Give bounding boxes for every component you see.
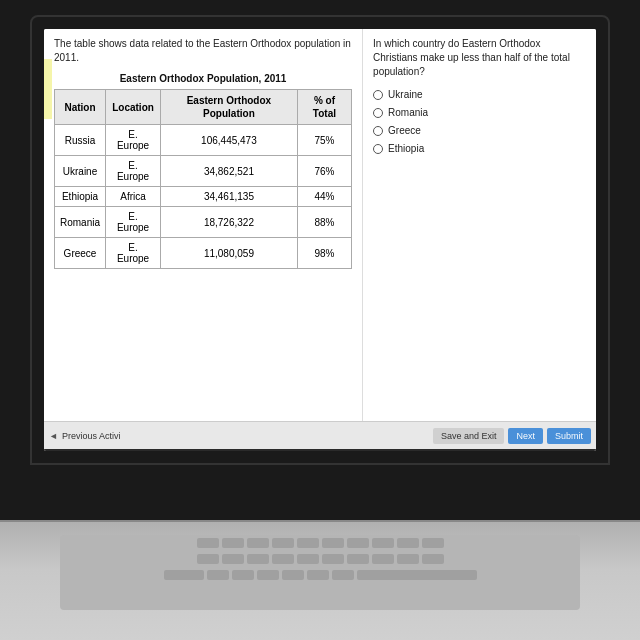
key[interactable] xyxy=(222,554,244,564)
cell-percent-4: 98% xyxy=(297,238,351,269)
laptop-body: MacBook Air xyxy=(0,520,640,640)
radio-label-greece: Greece xyxy=(388,125,421,136)
cell-nation-2: Ethiopia xyxy=(55,187,106,207)
left-tab-indicator xyxy=(44,59,52,119)
key[interactable] xyxy=(372,538,394,548)
radio-option-greece[interactable]: Greece xyxy=(373,125,586,136)
cell-population-0: 106,445,473 xyxy=(161,125,298,156)
key[interactable] xyxy=(347,538,369,548)
left-panel: The table shows data related to the East… xyxy=(44,29,363,421)
key[interactable] xyxy=(222,538,244,548)
cell-nation-1: Ukraine xyxy=(55,156,106,187)
key[interactable] xyxy=(422,554,444,564)
key[interactable] xyxy=(372,554,394,564)
table-row: Ethiopia Africa 34,461,135 44% xyxy=(55,187,352,207)
key[interactable] xyxy=(164,570,204,580)
key[interactable] xyxy=(272,538,294,548)
key[interactable] xyxy=(257,570,279,580)
key[interactable] xyxy=(297,554,319,564)
radio-option-romania[interactable]: Romania xyxy=(373,107,586,118)
cell-population-1: 34,862,521 xyxy=(161,156,298,187)
keyboard-area xyxy=(60,535,580,610)
key[interactable] xyxy=(207,570,229,580)
radio-circle-greece[interactable] xyxy=(373,126,383,136)
key[interactable] xyxy=(347,554,369,564)
table-title: Eastern Orthodox Population, 2011 xyxy=(54,73,352,84)
key[interactable] xyxy=(397,538,419,548)
radio-option-ukraine[interactable]: Ukraine xyxy=(373,89,586,100)
key[interactable] xyxy=(197,538,219,548)
col-header-population: Eastern Orthodox Population xyxy=(161,90,298,125)
radio-label-ethiopia: Ethiopia xyxy=(388,143,424,154)
key[interactable] xyxy=(282,570,304,580)
cell-population-3: 18,726,322 xyxy=(161,207,298,238)
population-table: Nation Location Eastern Orthodox Populat… xyxy=(54,89,352,269)
action-bar: ◄ Previous Activi Save and Exit Next Sub… xyxy=(44,421,596,449)
cell-location-4: E. Europe xyxy=(106,238,161,269)
screen-bezel: The table shows data related to the East… xyxy=(30,15,610,465)
cell-nation-3: Romania xyxy=(55,207,106,238)
key[interactable] xyxy=(397,554,419,564)
table-row: Russia E. Europe 106,445,473 75% xyxy=(55,125,352,156)
col-header-nation: Nation xyxy=(55,90,106,125)
table-row: Ukraine E. Europe 34,862,521 76% xyxy=(55,156,352,187)
update-bar: New version available! (3.0.68) GET IT N… xyxy=(44,449,596,451)
key[interactable] xyxy=(322,538,344,548)
prev-activity-label[interactable]: Previous Activi xyxy=(62,431,121,441)
col-header-location: Location xyxy=(106,90,161,125)
content-area: The table shows data related to the East… xyxy=(44,29,596,421)
key[interactable] xyxy=(297,538,319,548)
cell-location-0: E. Europe xyxy=(106,125,161,156)
save-exit-button[interactable]: Save and Exit xyxy=(433,428,505,444)
radio-circle-ukraine[interactable] xyxy=(373,90,383,100)
key[interactable] xyxy=(197,554,219,564)
prev-arrow-icon: ◄ xyxy=(49,431,58,441)
screen: The table shows data related to the East… xyxy=(44,29,596,451)
radio-circle-ethiopia[interactable] xyxy=(373,144,383,154)
key[interactable] xyxy=(232,570,254,580)
key[interactable] xyxy=(247,554,269,564)
cell-location-1: E. Europe xyxy=(106,156,161,187)
table-row: Greece E. Europe 11,080,059 98% xyxy=(55,238,352,269)
cell-population-2: 34,461,135 xyxy=(161,187,298,207)
col-header-percent: % of Total xyxy=(297,90,351,125)
right-panel: In which country do Eastern Orthodox Chr… xyxy=(363,29,596,421)
radio-label-ukraine: Ukraine xyxy=(388,89,422,100)
action-left: ◄ Previous Activi xyxy=(49,431,120,441)
action-buttons: Save and Exit Next Submit xyxy=(433,428,591,444)
radio-label-romania: Romania xyxy=(388,107,428,118)
cell-nation-4: Greece xyxy=(55,238,106,269)
key[interactable] xyxy=(422,538,444,548)
next-button[interactable]: Next xyxy=(508,428,543,444)
key[interactable] xyxy=(322,554,344,564)
cell-location-2: Africa xyxy=(106,187,161,207)
spacebar-key[interactable] xyxy=(357,570,477,580)
cell-percent-2: 44% xyxy=(297,187,351,207)
cell-percent-1: 76% xyxy=(297,156,351,187)
left-question-text: The table shows data related to the East… xyxy=(54,37,352,65)
radio-option-ethiopia[interactable]: Ethiopia xyxy=(373,143,586,154)
key[interactable] xyxy=(307,570,329,580)
cell-percent-3: 88% xyxy=(297,207,351,238)
cell-percent-0: 75% xyxy=(297,125,351,156)
submit-button[interactable]: Submit xyxy=(547,428,591,444)
cell-population-4: 11,080,059 xyxy=(161,238,298,269)
key[interactable] xyxy=(247,538,269,548)
cell-location-3: E. Europe xyxy=(106,207,161,238)
key[interactable] xyxy=(272,554,294,564)
cell-nation-0: Russia xyxy=(55,125,106,156)
radio-circle-romania[interactable] xyxy=(373,108,383,118)
key[interactable] xyxy=(332,570,354,580)
right-question-text: In which country do Eastern Orthodox Chr… xyxy=(373,37,586,79)
table-row: Romania E. Europe 18,726,322 88% xyxy=(55,207,352,238)
